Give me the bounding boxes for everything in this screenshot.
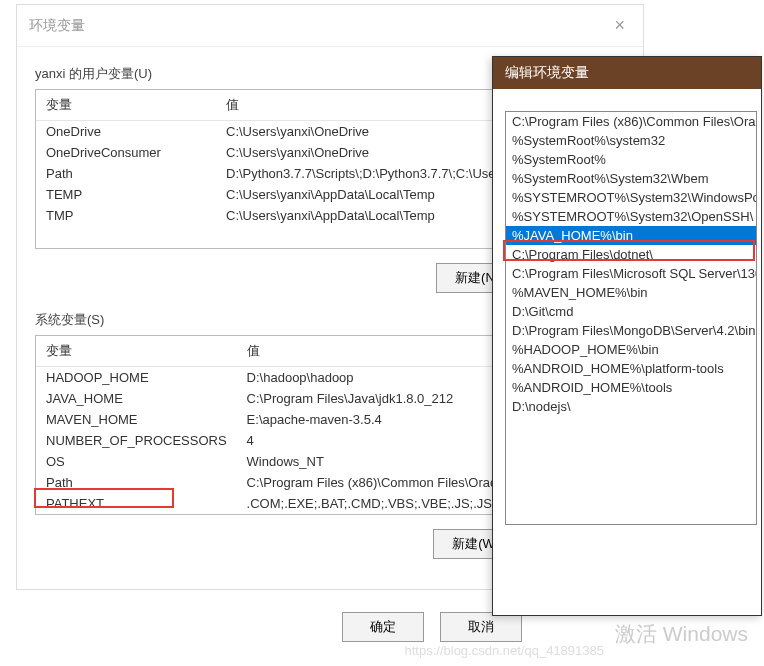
var-name: TMP bbox=[36, 205, 216, 226]
list-item[interactable]: %JAVA_HOME%\bin bbox=[506, 226, 756, 245]
list-item[interactable]: D:\Program Files\MongoDB\Server\4.2\bin bbox=[506, 321, 756, 340]
var-name: OneDrive bbox=[36, 121, 216, 143]
windows-activation-watermark: 激活 Windows bbox=[615, 620, 748, 648]
var-name: PATHEXT bbox=[36, 493, 237, 514]
ok-button[interactable]: 确定 bbox=[342, 612, 424, 642]
list-item[interactable]: C:\Program Files\Microsoft SQL Server\13… bbox=[506, 264, 756, 283]
var-name: TEMP bbox=[36, 184, 216, 205]
list-item[interactable]: %SYSTEMROOT%\System32\OpenSSH\ bbox=[506, 207, 756, 226]
var-name: JAVA_HOME bbox=[36, 388, 237, 409]
list-item[interactable]: D:\Git\cmd bbox=[506, 302, 756, 321]
var-name: HADOOP_HOME bbox=[36, 367, 237, 389]
list-item[interactable]: %SYSTEMROOT%\System32\WindowsPowerS bbox=[506, 188, 756, 207]
var-name: OneDriveConsumer bbox=[36, 142, 216, 163]
list-item[interactable]: C:\Program Files\dotnet\ bbox=[506, 245, 756, 264]
cancel-button[interactable]: 取消 bbox=[440, 612, 522, 642]
var-name: Path bbox=[36, 472, 237, 493]
list-item[interactable]: D:\nodejs\ bbox=[506, 397, 756, 416]
list-item[interactable]: %SystemRoot%\System32\Wbem bbox=[506, 169, 756, 188]
list-item[interactable]: %MAVEN_HOME%\bin bbox=[506, 283, 756, 302]
var-name: MAVEN_HOME bbox=[36, 409, 237, 430]
col-variable[interactable]: 变量 bbox=[36, 336, 237, 367]
list-item[interactable]: C:\Program Files (x86)\Common Files\Orac… bbox=[506, 112, 756, 131]
var-name: NUMBER_OF_PROCESSORS bbox=[36, 430, 237, 451]
list-item[interactable]: %ANDROID_HOME%\tools bbox=[506, 378, 756, 397]
edit-env-var-dialog: 编辑环境变量 C:\Program Files (x86)\Common Fil… bbox=[492, 56, 762, 616]
dialog-title: 环境变量 bbox=[29, 17, 85, 35]
var-name: Path bbox=[36, 163, 216, 184]
list-item[interactable]: %HADOOP_HOME%\bin bbox=[506, 340, 756, 359]
dialog-bottom-buttons: 确定 取消 bbox=[342, 612, 522, 642]
edit-dialog-title: 编辑环境变量 bbox=[493, 57, 761, 89]
col-variable[interactable]: 变量 bbox=[36, 90, 216, 121]
list-item[interactable]: %ANDROID_HOME%\platform-tools bbox=[506, 359, 756, 378]
list-item[interactable]: %SystemRoot% bbox=[506, 150, 756, 169]
blog-watermark: https://blog.csdn.net/qq_41891385 bbox=[405, 643, 605, 658]
var-name: OS bbox=[36, 451, 237, 472]
path-list[interactable]: C:\Program Files (x86)\Common Files\Orac… bbox=[505, 111, 757, 525]
list-item[interactable]: %SystemRoot%\system32 bbox=[506, 131, 756, 150]
close-icon[interactable]: × bbox=[608, 15, 631, 36]
titlebar: 环境变量 × bbox=[17, 5, 643, 47]
